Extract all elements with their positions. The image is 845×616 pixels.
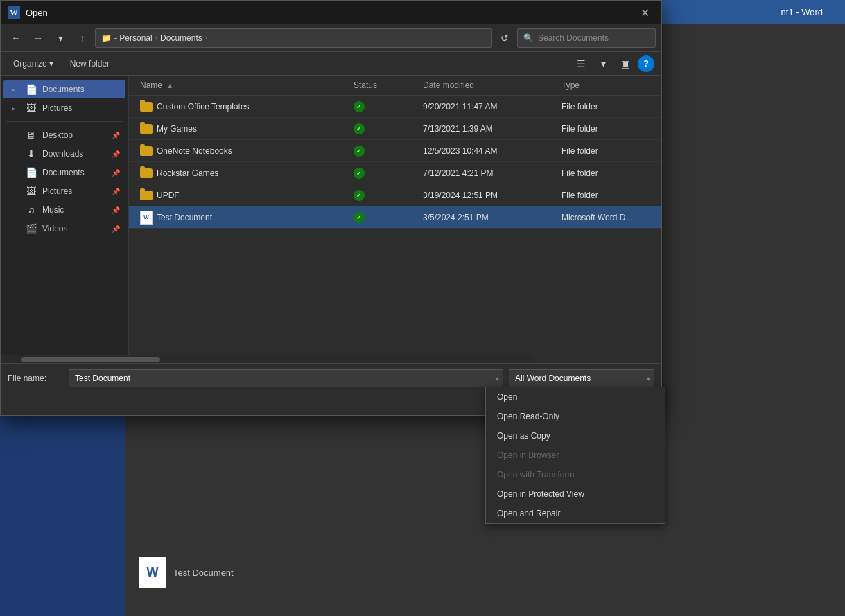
music-pin: 📌 bbox=[112, 206, 120, 214]
sidebar-item-pictures-top[interactable]: ▸ 🖼 Pictures bbox=[3, 99, 125, 117]
list-view-button[interactable]: ☰ bbox=[571, 54, 591, 73]
file-name-text: Custom Office Templates bbox=[157, 102, 250, 112]
file-name-text: UPDF bbox=[157, 191, 180, 200]
dialog-titlebar: W Open ✕ bbox=[1, 1, 661, 24]
status-icon: ✓ bbox=[354, 101, 365, 112]
sidebar-downloads-label: Downloads bbox=[42, 149, 107, 159]
sidebar-item-pictures-pinned[interactable]: 🖼 Pictures 📌 bbox=[3, 182, 125, 200]
documents-icon: 📄 bbox=[25, 84, 37, 95]
breadcrumb-personal: - Personal bbox=[114, 33, 153, 43]
file-status-cell: ✓ bbox=[349, 143, 419, 159]
table-row[interactable]: Custom Office Templates✓9/20/2021 11:47 … bbox=[129, 96, 661, 118]
refresh-button[interactable]: ↺ bbox=[495, 28, 514, 48]
dialog-close-button[interactable]: ✕ bbox=[635, 3, 654, 22]
breadcrumb-sep-2: › bbox=[205, 34, 207, 42]
col-status-header[interactable]: Status bbox=[349, 78, 419, 92]
sort-arrow: ▲ bbox=[166, 82, 173, 89]
table-row[interactable]: My Games✓7/13/2021 1:39 AMFile folder bbox=[129, 118, 661, 140]
organize-label: Organize bbox=[13, 59, 47, 69]
scrollbar-thumb bbox=[21, 357, 160, 362]
dialog-title: Open bbox=[26, 8, 629, 18]
expand-arrow-pics: ▸ bbox=[12, 105, 20, 112]
file-type-cell: File folder bbox=[557, 166, 654, 180]
status-icon: ✓ bbox=[354, 123, 365, 134]
word-file-icon: W bbox=[140, 211, 153, 225]
horizontal-scrollbar[interactable] bbox=[1, 355, 533, 363]
videos-pin: 📌 bbox=[112, 225, 120, 233]
col-type-header[interactable]: Type bbox=[557, 78, 654, 92]
view-dropdown-button[interactable]: ▾ bbox=[593, 54, 613, 73]
help-button[interactable]: ? bbox=[638, 55, 654, 72]
word-doc-preview: W Test Document bbox=[139, 557, 234, 588]
sidebar-item-documents-top[interactable]: ▸ 📄 Documents bbox=[3, 80, 125, 98]
file-status-cell: ✓ bbox=[349, 188, 419, 203]
desktop-pin: 📌 bbox=[112, 132, 120, 139]
folder-icon bbox=[140, 124, 153, 134]
file-name-text: Test Document bbox=[157, 213, 212, 222]
file-name-cell: My Games bbox=[136, 122, 349, 136]
dropdown-menu-item-open-with-transform: Open with Transform bbox=[486, 465, 665, 484]
col-name-header[interactable]: Name ▲ bbox=[136, 78, 349, 92]
sidebar-documents-label: Documents bbox=[42, 85, 120, 94]
table-row[interactable]: Rockstar Games✓7/12/2021 4:21 PMFile fol… bbox=[129, 162, 661, 184]
file-name-wrapper: ▾ bbox=[69, 369, 503, 387]
file-date-cell: 7/12/2021 4:21 PM bbox=[419, 166, 557, 180]
search-icon: 🔍 bbox=[523, 33, 534, 43]
dialog-main: ▸ 📄 Documents ▸ 🖼 Pictures 🖥 Desktop 📌 ⬇… bbox=[1, 76, 661, 355]
file-date-cell: 7/13/2021 1:39 AM bbox=[419, 122, 557, 136]
downloads-pin: 📌 bbox=[112, 150, 120, 158]
folder-icon bbox=[140, 191, 153, 200]
dropdown-menu-item-open-read-only[interactable]: Open Read-Only bbox=[486, 407, 665, 426]
col-date-header[interactable]: Date modified bbox=[419, 78, 557, 92]
breadcrumb-documents: Documents bbox=[160, 33, 202, 43]
up-button[interactable]: ↑ bbox=[73, 28, 92, 48]
sidebar-item-music[interactable]: ♫ Music 📌 bbox=[3, 201, 125, 219]
table-row[interactable]: OneNote Notebooks✓12/5/2023 10:44 AMFile… bbox=[129, 140, 661, 162]
dropdown-menu-item-open-as-copy[interactable]: Open as Copy bbox=[486, 426, 665, 446]
dropdown-menu-item-open[interactable]: Open bbox=[486, 387, 665, 407]
documents2-icon: 📄 bbox=[25, 167, 37, 178]
file-type-cell: File folder bbox=[557, 188, 654, 202]
file-type-select[interactable]: All Word DocumentsWord DocumentsXML File… bbox=[509, 369, 654, 387]
forward-button[interactable]: → bbox=[28, 28, 48, 48]
organize-toolbar: Organize ▾ New folder ☰ ▾ ▣ ? bbox=[1, 52, 661, 76]
file-name-text: My Games bbox=[157, 124, 197, 134]
breadcrumb-item-folder: 📁 bbox=[101, 33, 112, 43]
file-list: Name ▲ Status Date modified Type Custom … bbox=[129, 76, 661, 355]
dropdown-menu-item-open-and-repair[interactable]: Open and Repair bbox=[486, 504, 665, 523]
sidebar-item-videos[interactable]: 🎬 Videos 📌 bbox=[3, 220, 125, 238]
dropdown-menu-item-open-in-protected-view[interactable]: Open in Protected View bbox=[486, 484, 665, 504]
new-folder-button[interactable]: New folder bbox=[64, 57, 115, 71]
word-window-title: nt1 - Word bbox=[781, 7, 823, 17]
table-row[interactable]: UPDF✓3/19/2024 12:51 PMFile folder bbox=[129, 184, 661, 206]
search-bar[interactable]: 🔍 Search Documents bbox=[517, 28, 656, 48]
file-status-cell: ✓ bbox=[349, 121, 419, 137]
file-name-cell: WTest Document bbox=[136, 209, 349, 227]
organize-button[interactable]: Organize ▾ bbox=[8, 57, 59, 71]
dropdown-button[interactable]: ▾ bbox=[51, 28, 70, 48]
file-date-cell: 3/19/2024 12:51 PM bbox=[419, 188, 557, 202]
pictures-icon: 🖼 bbox=[25, 103, 37, 114]
sidebar-item-desktop[interactable]: 🖥 Desktop 📌 bbox=[3, 126, 125, 144]
dropdown-menu-item-open-in-browser: Open in Browser bbox=[486, 446, 665, 465]
open-dialog: W Open ✕ ← → ▾ ↑ 📁 - Personal › Document… bbox=[0, 0, 662, 416]
back-button[interactable]: ← bbox=[6, 28, 26, 48]
word-doc-name: Test Document bbox=[173, 567, 234, 578]
sidebar-item-downloads[interactable]: ⬇ Downloads 📌 bbox=[3, 145, 125, 163]
table-row[interactable]: WTest Document✓3/5/2024 2:51 PMMicrosoft… bbox=[129, 206, 661, 229]
breadcrumb[interactable]: 📁 - Personal › Documents › bbox=[95, 28, 492, 48]
file-name-input[interactable] bbox=[69, 369, 503, 387]
organize-arrow: ▾ bbox=[49, 59, 53, 69]
preview-button[interactable]: ▣ bbox=[616, 54, 635, 73]
sidebar-videos-label: Videos bbox=[42, 224, 107, 234]
file-name-text: Rockstar Games bbox=[157, 168, 218, 178]
word-doc-icon: W bbox=[139, 557, 166, 588]
docs-pin: 📌 bbox=[112, 169, 120, 177]
file-type-cell: File folder bbox=[557, 122, 654, 136]
sidebar-desktop-label: Desktop bbox=[42, 130, 107, 140]
sidebar-item-documents-pinned[interactable]: 📄 Documents 📌 bbox=[3, 164, 125, 182]
expand-arrow-docs: ▸ bbox=[12, 86, 20, 94]
file-rows-container: Custom Office Templates✓9/20/2021 11:47 … bbox=[129, 96, 661, 229]
file-list-header: Name ▲ Status Date modified Type bbox=[129, 76, 661, 96]
open-dropdown-menu: OpenOpen Read-OnlyOpen as CopyOpen in Br… bbox=[485, 387, 665, 524]
